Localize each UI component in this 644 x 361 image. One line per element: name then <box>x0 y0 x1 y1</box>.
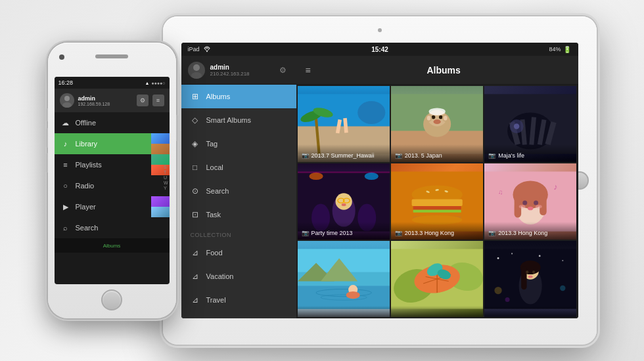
camera-icon-party: 📷 <box>302 230 309 236</box>
ipad-brand: iPad <box>188 46 200 53</box>
svg-point-98 <box>528 275 533 278</box>
iphone-screen: 16:28 ▲ ●●●●○ admin 192.168.59.128 ⚙ ≡ <box>55 77 170 284</box>
iphone-avatar <box>60 93 74 108</box>
grid-item-party-label: 📷 Party time 2013 <box>298 222 390 240</box>
svg-point-33 <box>514 123 519 129</box>
player-icon: ▶ <box>61 203 70 211</box>
ipad-nav-food-label: Food <box>206 249 223 257</box>
vacation-icon: ⊿ <box>191 272 200 281</box>
camera-icon-hk1: 📷 <box>395 230 402 236</box>
library-icon: ♪ <box>61 140 70 148</box>
ipad-camera <box>378 28 382 32</box>
iphone-menu-button[interactable]: ≡ <box>152 95 164 106</box>
grid-item-maja[interactable]: 📷 Maja's life <box>484 86 576 162</box>
grid-item-hawaii[interactable]: 📷 2013.7 Summer_Hawaii <box>298 86 390 162</box>
ipad-nav-search[interactable]: ⊙ Search <box>181 179 296 203</box>
grid-item-night-label <box>484 306 576 317</box>
thumb-1 <box>151 133 170 144</box>
svg-point-100 <box>560 286 565 291</box>
svg-point-66 <box>536 205 542 209</box>
iphone-camera <box>59 54 64 60</box>
ipad-sidebar-gear-button[interactable]: ⚙ <box>277 64 290 77</box>
grid-item-hk2-label: 📷 2013.3 Hong Kong <box>484 222 576 240</box>
ipad-wifi-icon <box>203 46 211 53</box>
ipad-photo-grid: 📷 2013.7 Summer_Hawaii <box>296 85 578 318</box>
ipad-status-bar: iPad 15:42 84% 🔋 <box>181 43 578 56</box>
iphone-bottom-bar: Albums <box>55 238 170 253</box>
iphone-home-button[interactable] <box>101 289 122 310</box>
ipad-content: ≡ Albums <box>296 56 578 318</box>
player-thumbnails <box>151 196 170 217</box>
svg-rect-95 <box>521 266 526 289</box>
ipad-nav-family[interactable]: ⊿ Family <box>181 312 296 318</box>
iphone-nav-library-label: Library <box>76 140 98 148</box>
svg-point-21 <box>427 116 431 120</box>
iphone-gear-button[interactable]: ⚙ <box>137 95 149 106</box>
ipad-sidebar-nav: ⊞ Albums ◇ Smart Albums ◈ Tag □ Local <box>181 85 296 318</box>
svg-point-3 <box>193 64 200 71</box>
iphone-vol-down[interactable] <box>46 153 48 173</box>
iphone-nav-search-label: Search <box>76 224 99 232</box>
iphone-username: admin <box>78 95 133 102</box>
svg-point-99 <box>495 287 502 294</box>
ipad-status-right: 84% 🔋 <box>549 46 571 53</box>
ipad-nav-smart-albums-label: Smart Albums <box>206 116 251 124</box>
ipad-battery-pct: 84% <box>549 46 561 53</box>
ipad-nav-tag[interactable]: ◈ Tag <box>181 132 296 156</box>
ipad-collection-label: Collection <box>181 226 296 241</box>
ipad-nav-vacation[interactable]: ⊿ Vacation <box>181 265 296 288</box>
ipad-nav-travel[interactable]: ⊿ Travel <box>181 288 296 312</box>
ipad-nav-local[interactable]: □ Local <box>181 156 296 179</box>
svg-text:♪: ♪ <box>553 182 557 192</box>
svg-point-23 <box>444 116 448 120</box>
svg-point-101 <box>505 297 510 302</box>
svg-point-0 <box>64 96 70 101</box>
thumb-5 <box>151 196 170 207</box>
grid-item-pool[interactable] <box>298 241 390 317</box>
grid-item-hk1-label: 📷 2013.3 Hong Kong <box>391 222 483 240</box>
ipad-hamburger-icon[interactable]: ≡ <box>306 65 311 75</box>
iphone-nav-player[interactable]: ▶ Player <box>55 196 170 217</box>
iphone-letter-index: S T U W Y <box>164 165 168 190</box>
ipad-nav-travel-label: Travel <box>206 296 226 304</box>
iphone-nav-playlists[interactable]: ≡ Playlists <box>55 154 170 175</box>
iphone-nav-radio[interactable]: ○ Radio <box>55 175 170 196</box>
iphone-nav-offline[interactable]: ☁ Offline <box>55 112 170 133</box>
ipad-nav-smart-albums[interactable]: ◇ Smart Albums <box>181 108 296 132</box>
ipad-search-icon: ⊙ <box>191 186 200 196</box>
grid-item-hk2[interactable]: ♪ ♫ 📷 2013.3 Hong Kong <box>484 163 576 240</box>
grid-item-hk1[interactable]: 📷 2013.3 Hong Kong <box>391 163 483 240</box>
iphone-ip: 192.168.59.128 <box>78 102 133 106</box>
ipad-screen: iPad 15:42 84% 🔋 <box>181 43 578 318</box>
smart-albums-icon: ◇ <box>191 116 200 125</box>
svg-point-24 <box>428 108 445 115</box>
svg-point-1 <box>62 102 72 108</box>
svg-point-4 <box>191 72 202 79</box>
iphone-user-info: admin 192.168.59.128 <box>78 95 133 106</box>
grid-item-japan[interactable]: 📷 2013. 5 Japan <box>391 86 483 162</box>
ipad-nav-food[interactable]: ⊿ Food <box>181 241 296 265</box>
svg-point-88 <box>497 257 499 259</box>
iphone-nav-library[interactable]: ♪ Library <box>55 133 170 154</box>
svg-point-77 <box>346 291 359 299</box>
food-icon: ⊿ <box>191 248 200 257</box>
camera-icon-hawaii: 📷 <box>302 152 309 159</box>
iphone-side-button[interactable] <box>176 115 178 141</box>
ipad-sidebar-avatar <box>188 62 205 79</box>
grid-item-party[interactable]: 📷 Party time 2013 <box>298 163 390 240</box>
albums-icon: ⊞ <box>191 92 200 101</box>
iphone-vol-up[interactable] <box>46 128 48 148</box>
svg-rect-48 <box>411 199 462 206</box>
iphone-nav-search[interactable]: ⌕ Search <box>55 217 170 238</box>
grid-item-flower[interactable] <box>391 241 483 317</box>
ipad-nav-albums[interactable]: ⊞ Albums <box>181 85 296 108</box>
svg-point-36 <box>364 173 378 180</box>
svg-point-62 <box>522 201 527 205</box>
ipad-nav-task[interactable]: ⊡ Task <box>181 203 296 226</box>
grid-item-night[interactable] <box>484 241 576 317</box>
ipad-battery-icon: 🔋 <box>563 46 571 53</box>
iphone-device: 16:28 ▲ ●●●●○ admin 192.168.59.128 ⚙ ≡ <box>48 43 176 318</box>
thumb-6 <box>151 207 170 217</box>
playlists-icon: ≡ <box>61 161 70 169</box>
iphone-vol-mute[interactable] <box>46 108 48 121</box>
